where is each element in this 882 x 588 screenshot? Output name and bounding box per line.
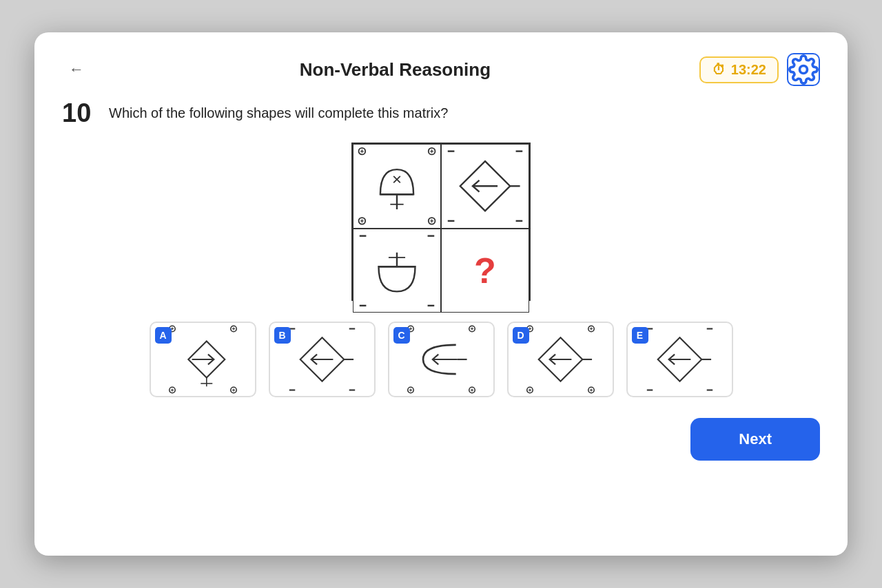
matrix-container: ? xyxy=(62,143,820,301)
matrix-svg-1 xyxy=(353,145,440,228)
matrix-cell-1 xyxy=(353,144,441,229)
option-b[interactable]: B xyxy=(269,322,376,397)
option-a-label: A xyxy=(155,327,172,344)
option-c-label: C xyxy=(393,327,410,344)
back-button[interactable]: ← xyxy=(62,58,91,81)
matrix-grid: ? xyxy=(351,143,531,301)
option-d[interactable]: D xyxy=(507,322,614,397)
option-d-label: D xyxy=(513,327,529,344)
footer: Next xyxy=(62,418,820,461)
settings-button[interactable] xyxy=(787,53,820,86)
matrix-cell-4: ? xyxy=(441,229,529,313)
question-number: 10 xyxy=(62,100,96,126)
app-container: ← Non-Verbal Reasoning ⏱ 13:22 10 Which … xyxy=(34,32,848,556)
matrix-cell-3 xyxy=(353,229,441,313)
option-e-label: E xyxy=(632,327,648,344)
next-button[interactable]: Next xyxy=(690,418,820,461)
timer-icon: ⏱ xyxy=(712,62,726,78)
matrix-cell-2 xyxy=(441,144,529,229)
page-title: Non-Verbal Reasoning xyxy=(91,59,699,81)
matrix-svg-2 xyxy=(442,145,529,228)
svg-point-0 xyxy=(800,66,808,74)
matrix-svg-3 xyxy=(353,229,440,313)
question-text: Which of the following shapes will compl… xyxy=(109,100,448,121)
option-e[interactable]: E xyxy=(626,322,733,397)
timer-badge: ⏱ 13:22 xyxy=(699,56,779,83)
option-c[interactable]: C xyxy=(388,322,495,397)
header: ← Non-Verbal Reasoning ⏱ 13:22 xyxy=(62,53,820,86)
question-mark: ? xyxy=(474,250,496,291)
timer-value: 13:22 xyxy=(731,62,766,78)
gear-icon xyxy=(788,54,819,85)
header-right: ⏱ 13:22 xyxy=(699,53,820,86)
question-row: 10 Which of the following shapes will co… xyxy=(62,100,820,126)
option-a[interactable]: A xyxy=(150,322,256,397)
options-row: A xyxy=(62,322,820,397)
option-b-label: B xyxy=(274,327,291,344)
